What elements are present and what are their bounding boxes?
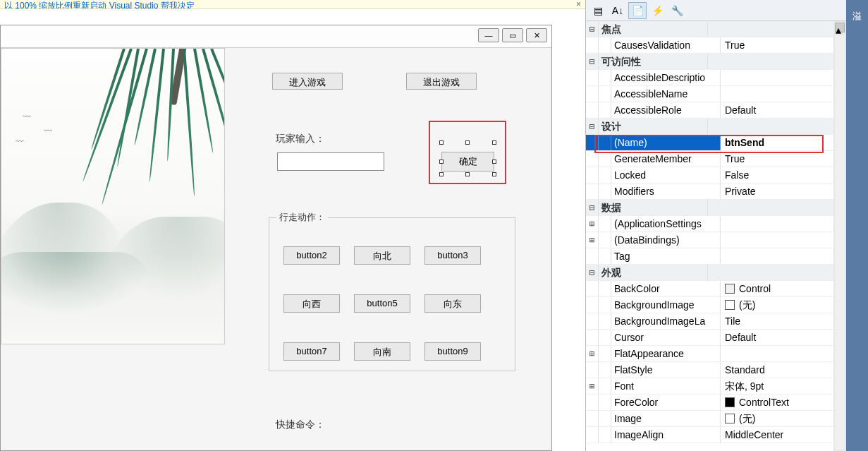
prop-value[interactable]: (无) xyxy=(721,297,833,313)
prop-name[interactable]: (Name) xyxy=(611,135,721,150)
resize-handle[interactable] xyxy=(465,172,470,176)
form-titlebar: ― ▭ ✕ xyxy=(1,25,551,48)
properties-toolbar: ▤ A↓ 📄 ⚡ 🔧 xyxy=(586,0,846,21)
prop-name[interactable]: Font xyxy=(611,378,721,394)
prop-name[interactable]: AccessibleName xyxy=(611,86,721,102)
prop-name[interactable]: FlatAppearance xyxy=(611,346,721,361)
minimize-button[interactable]: ― xyxy=(478,28,499,42)
prop-value[interactable]: ControlText xyxy=(721,395,833,410)
info-bar-close[interactable]: × xyxy=(576,0,581,9)
properties-icon[interactable]: 📄 xyxy=(628,2,647,19)
ok-button[interactable]: 确定 xyxy=(441,152,494,172)
prop-name[interactable]: Modifiers xyxy=(611,184,721,199)
enter-game-button[interactable]: 进入游戏 xyxy=(272,73,343,90)
info-bar-text: 以 100% 缩放比例重新启动 Visual Studio 帮我决定 xyxy=(4,1,195,9)
maximize-button[interactable]: ▭ xyxy=(502,28,523,42)
wrench-icon[interactable]: 🔧 xyxy=(668,2,686,19)
image-panel: 〰 〰 〰 xyxy=(1,48,225,344)
prop-value[interactable]: Private xyxy=(721,184,833,199)
properties-scrollbar[interactable]: ▴ xyxy=(833,21,846,451)
prop-name[interactable]: AccessibleDescriptio xyxy=(611,70,721,85)
resize-handle[interactable] xyxy=(439,140,444,145)
properties-grid[interactable]: ⊟焦点 CausesValidationTrue ⊟可访问性 Accessibl… xyxy=(586,21,833,451)
prop-name[interactable]: (DataBindings) xyxy=(611,232,721,248)
walk-north[interactable]: 向北 xyxy=(354,246,410,265)
walk-button5[interactable]: button5 xyxy=(354,294,410,313)
prop-value[interactable] xyxy=(721,232,833,248)
walk-legend: 行走动作： xyxy=(276,211,328,224)
scroll-track[interactable] xyxy=(835,35,845,450)
prop-value[interactable]: MiddleCenter xyxy=(721,427,833,443)
walk-south[interactable]: 向南 xyxy=(354,342,410,361)
prop-value[interactable]: (无) xyxy=(721,411,833,426)
resize-handle[interactable] xyxy=(492,160,496,164)
cat-data[interactable]: 数据 xyxy=(599,200,708,215)
walk-button9[interactable]: button9 xyxy=(424,342,481,361)
prop-row-name[interactable]: (Name)btnSend xyxy=(586,135,833,151)
prop-name[interactable]: Image xyxy=(611,411,721,426)
categorized-icon[interactable]: ▤ xyxy=(589,2,607,19)
player-input-label: 玩家输入： xyxy=(276,133,325,145)
prop-name[interactable]: ImageAlign xyxy=(611,427,721,443)
designer-surface[interactable]: ― ▭ ✕ 〰 〰 〰 xyxy=(0,9,585,451)
prop-value[interactable]: True xyxy=(721,37,833,53)
prop-name[interactable]: CausesValidation xyxy=(611,37,721,53)
info-bar: 以 100% 缩放比例重新启动 Visual Studio 帮我决定 × xyxy=(0,0,585,9)
prop-value[interactable] xyxy=(721,216,833,231)
cat-appearance[interactable]: 外观 xyxy=(599,265,708,280)
right-dock-edge[interactable]: 溢 xyxy=(846,0,868,451)
prop-value[interactable] xyxy=(721,70,833,85)
prop-value[interactable] xyxy=(721,346,833,361)
quick-cmd-label: 快捷命令： xyxy=(276,419,325,431)
prop-name[interactable]: (ApplicationSettings xyxy=(611,216,721,231)
walk-west[interactable]: 向西 xyxy=(283,294,340,313)
prop-value[interactable] xyxy=(721,86,833,102)
resize-handle[interactable] xyxy=(439,172,444,176)
resize-handle[interactable] xyxy=(492,172,496,176)
cat-design[interactable]: 设计 xyxy=(599,119,708,134)
events-icon[interactable]: ⚡ xyxy=(648,2,666,19)
walk-east[interactable]: 向东 xyxy=(424,294,481,313)
prop-value[interactable]: Tile xyxy=(721,313,833,329)
prop-name[interactable]: Tag xyxy=(611,248,721,264)
alphabetical-icon[interactable]: A↓ xyxy=(609,2,627,19)
prop-name[interactable]: GenerateMember xyxy=(611,151,721,167)
prop-name[interactable]: ForeColor xyxy=(611,395,721,410)
prop-name[interactable]: FlatStyle xyxy=(611,362,721,378)
cat-access[interactable]: 可访问性 xyxy=(599,54,708,69)
walk-button2[interactable]: button2 xyxy=(283,246,340,265)
prop-value[interactable]: Standard xyxy=(721,362,833,378)
prop-name[interactable]: Cursor xyxy=(611,330,721,345)
cat-focus[interactable]: 焦点 xyxy=(599,21,708,37)
prop-value[interactable]: True xyxy=(721,151,833,167)
prop-value[interactable]: False xyxy=(721,167,833,183)
prop-value[interactable]: Default xyxy=(721,330,833,345)
walk-button7[interactable]: button7 xyxy=(283,342,340,361)
prop-name[interactable]: AccessibleRole xyxy=(611,102,721,118)
properties-panel: ▤ A↓ 📄 ⚡ 🔧 ⊟焦点 CausesValidationTrue ⊟可访问… xyxy=(585,0,846,451)
prop-value[interactable]: Control xyxy=(721,281,833,296)
prop-name[interactable]: Locked xyxy=(611,167,721,183)
form-window[interactable]: ― ▭ ✕ 〰 〰 〰 xyxy=(0,25,552,451)
resize-handle[interactable] xyxy=(465,140,470,145)
close-button[interactable]: ✕ xyxy=(526,28,547,42)
resize-handle[interactable] xyxy=(492,140,496,145)
prop-name[interactable]: BackColor xyxy=(611,281,721,296)
prop-value[interactable]: btnSend xyxy=(721,135,833,150)
prop-value[interactable]: 宋体, 9pt xyxy=(721,378,833,394)
prop-value[interactable]: Default xyxy=(721,102,833,118)
exit-game-button[interactable]: 退出游戏 xyxy=(406,73,477,90)
scroll-up-button[interactable]: ▴ xyxy=(835,23,845,32)
prop-name[interactable]: BackgroundImage xyxy=(611,297,721,313)
walk-button3[interactable]: button3 xyxy=(424,246,481,265)
prop-value[interactable] xyxy=(721,248,833,264)
prop-name[interactable]: BackgroundImageLa xyxy=(611,313,721,329)
walk-groupbox: 行走动作： button2 向北 button3 向西 button5 向东 b… xyxy=(269,217,515,371)
resize-handle[interactable] xyxy=(439,160,444,164)
player-input[interactable] xyxy=(277,152,384,171)
